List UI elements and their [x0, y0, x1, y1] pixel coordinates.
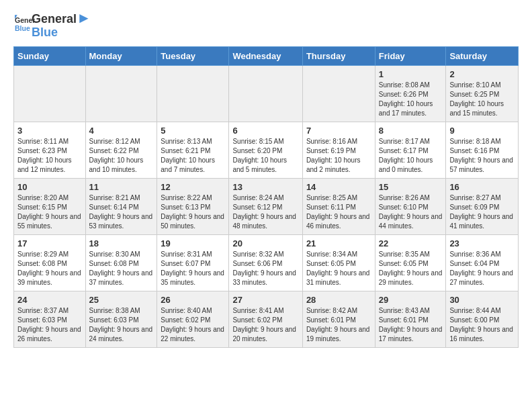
- calendar-cell: 23Sunrise: 8:36 AM Sunset: 6:04 PM Dayli…: [446, 234, 519, 291]
- calendar-cell: [229, 65, 302, 122]
- day-number: 14: [306, 182, 371, 192]
- day-info: Sunrise: 8:10 AM Sunset: 6:25 PM Dayligh…: [449, 81, 515, 118]
- calendar-cell: 30Sunrise: 8:44 AM Sunset: 6:00 PM Dayli…: [446, 291, 519, 347]
- calendar-cell: 29Sunrise: 8:43 AM Sunset: 6:01 PM Dayli…: [375, 291, 446, 347]
- day-number: 17: [17, 238, 82, 248]
- day-number: 20: [232, 238, 298, 248]
- day-number: 10: [17, 182, 82, 192]
- day-info: Sunrise: 8:15 AM Sunset: 6:20 PM Dayligh…: [232, 137, 298, 175]
- calendar-week-5: 24Sunrise: 8:37 AM Sunset: 6:03 PM Dayli…: [14, 291, 519, 347]
- calendar-cell: 11Sunrise: 8:21 AM Sunset: 6:14 PM Dayli…: [85, 178, 157, 234]
- day-number: 7: [306, 126, 371, 136]
- day-info: Sunrise: 8:22 AM Sunset: 6:13 PM Dayligh…: [161, 193, 225, 231]
- calendar-cell: 28Sunrise: 8:42 AM Sunset: 6:01 PM Dayli…: [302, 291, 375, 347]
- day-number: 26: [161, 295, 225, 305]
- day-info: Sunrise: 8:41 AM Sunset: 6:02 PM Dayligh…: [232, 306, 298, 344]
- day-number: 21: [306, 238, 371, 248]
- weekday-header-sunday: Sunday: [14, 46, 86, 65]
- logo-line1: General►: [32, 10, 91, 26]
- calendar-cell: 25Sunrise: 8:38 AM Sunset: 6:03 PM Dayli…: [85, 291, 157, 347]
- calendar-cell: 7Sunrise: 8:16 AM Sunset: 6:19 PM Daylig…: [302, 122, 375, 178]
- day-info: Sunrise: 8:18 AM Sunset: 6:16 PM Dayligh…: [449, 137, 515, 175]
- day-info: Sunrise: 8:32 AM Sunset: 6:06 PM Dayligh…: [232, 250, 298, 287]
- day-info: Sunrise: 8:44 AM Sunset: 6:00 PM Dayligh…: [449, 306, 515, 344]
- day-info: Sunrise: 8:27 AM Sunset: 6:09 PM Dayligh…: [449, 193, 515, 231]
- day-number: 25: [89, 295, 154, 305]
- calendar-week-1: 1Sunrise: 8:08 AM Sunset: 6:26 PM Daylig…: [14, 65, 519, 122]
- day-info: Sunrise: 8:12 AM Sunset: 6:22 PM Dayligh…: [89, 137, 154, 175]
- calendar-cell: 4Sunrise: 8:12 AM Sunset: 6:22 PM Daylig…: [85, 122, 157, 178]
- calendar-cell: 24Sunrise: 8:37 AM Sunset: 6:03 PM Dayli…: [14, 291, 86, 347]
- calendar-cell: 17Sunrise: 8:29 AM Sunset: 6:08 PM Dayli…: [14, 234, 86, 291]
- day-info: Sunrise: 8:20 AM Sunset: 6:15 PM Dayligh…: [17, 193, 82, 231]
- calendar-cell: 9Sunrise: 8:18 AM Sunset: 6:16 PM Daylig…: [446, 122, 519, 178]
- calendar-cell: 20Sunrise: 8:32 AM Sunset: 6:06 PM Dayli…: [229, 234, 302, 291]
- calendar-cell: 5Sunrise: 8:13 AM Sunset: 6:21 PM Daylig…: [157, 122, 229, 178]
- calendar-cell: 1Sunrise: 8:08 AM Sunset: 6:26 PM Daylig…: [375, 65, 446, 122]
- day-number: 24: [17, 295, 82, 305]
- calendar-cell: [302, 65, 375, 122]
- day-number: 27: [232, 295, 298, 305]
- day-info: Sunrise: 8:25 AM Sunset: 6:11 PM Dayligh…: [306, 193, 371, 231]
- calendar-cell: 2Sunrise: 8:10 AM Sunset: 6:25 PM Daylig…: [446, 65, 519, 122]
- calendar-cell: 18Sunrise: 8:30 AM Sunset: 6:08 PM Dayli…: [85, 234, 157, 291]
- calendar-cell: 22Sunrise: 8:35 AM Sunset: 6:05 PM Dayli…: [375, 234, 446, 291]
- calendar-header: SundayMondayTuesdayWednesdayThursdayFrid…: [14, 46, 519, 65]
- day-number: 3: [17, 126, 82, 136]
- day-number: 1: [379, 69, 443, 79]
- calendar-cell: 8Sunrise: 8:17 AM Sunset: 6:17 PM Daylig…: [375, 122, 446, 178]
- day-number: 16: [449, 182, 515, 192]
- weekday-header-thursday: Thursday: [302, 46, 375, 65]
- day-number: 22: [379, 238, 443, 248]
- day-number: 15: [379, 182, 443, 192]
- svg-text:Blue: Blue: [15, 24, 30, 32]
- day-info: Sunrise: 8:31 AM Sunset: 6:07 PM Dayligh…: [161, 250, 225, 287]
- calendar-week-4: 17Sunrise: 8:29 AM Sunset: 6:08 PM Dayli…: [14, 234, 519, 291]
- weekday-header-saturday: Saturday: [446, 46, 519, 65]
- day-info: Sunrise: 8:08 AM Sunset: 6:26 PM Dayligh…: [379, 81, 443, 118]
- day-info: Sunrise: 8:17 AM Sunset: 6:17 PM Dayligh…: [379, 137, 443, 175]
- day-info: Sunrise: 8:21 AM Sunset: 6:14 PM Dayligh…: [89, 193, 154, 231]
- calendar-cell: [157, 65, 229, 122]
- day-info: Sunrise: 8:11 AM Sunset: 6:23 PM Dayligh…: [17, 137, 82, 175]
- calendar-cell: 26Sunrise: 8:40 AM Sunset: 6:02 PM Dayli…: [157, 291, 229, 347]
- day-info: Sunrise: 8:30 AM Sunset: 6:08 PM Dayligh…: [89, 250, 154, 287]
- day-number: 30: [449, 295, 515, 305]
- day-number: 28: [306, 295, 371, 305]
- weekday-header-tuesday: Tuesday: [157, 46, 229, 65]
- weekday-header-wednesday: Wednesday: [229, 46, 302, 65]
- calendar-cell: [14, 65, 86, 122]
- day-info: Sunrise: 8:34 AM Sunset: 6:05 PM Dayligh…: [306, 250, 371, 287]
- day-number: 12: [161, 182, 225, 192]
- day-number: 8: [379, 126, 443, 136]
- day-number: 29: [379, 295, 443, 305]
- logo-line2: Blue: [32, 26, 91, 40]
- day-info: Sunrise: 8:16 AM Sunset: 6:19 PM Dayligh…: [306, 137, 371, 175]
- day-info: Sunrise: 8:40 AM Sunset: 6:02 PM Dayligh…: [161, 306, 225, 344]
- logo: General Blue General► Blue: [13, 10, 91, 40]
- calendar-cell: 12Sunrise: 8:22 AM Sunset: 6:13 PM Dayli…: [157, 178, 229, 234]
- calendar-cell: [85, 65, 157, 122]
- day-info: Sunrise: 8:37 AM Sunset: 6:03 PM Dayligh…: [17, 306, 82, 344]
- weekday-header-friday: Friday: [375, 46, 446, 65]
- day-number: 9: [449, 126, 515, 136]
- day-info: Sunrise: 8:42 AM Sunset: 6:01 PM Dayligh…: [306, 306, 371, 344]
- calendar-week-3: 10Sunrise: 8:20 AM Sunset: 6:15 PM Dayli…: [14, 178, 519, 234]
- day-number: 18: [89, 238, 154, 248]
- day-info: Sunrise: 8:26 AM Sunset: 6:10 PM Dayligh…: [379, 193, 443, 231]
- calendar-cell: 27Sunrise: 8:41 AM Sunset: 6:02 PM Dayli…: [229, 291, 302, 347]
- weekday-header-monday: Monday: [85, 46, 157, 65]
- calendar-cell: 13Sunrise: 8:24 AM Sunset: 6:12 PM Dayli…: [229, 178, 302, 234]
- page-header: General Blue General► Blue: [13, 10, 519, 40]
- day-number: 6: [232, 126, 298, 136]
- day-info: Sunrise: 8:43 AM Sunset: 6:01 PM Dayligh…: [379, 306, 443, 344]
- calendar-cell: 10Sunrise: 8:20 AM Sunset: 6:15 PM Dayli…: [14, 178, 86, 234]
- day-info: Sunrise: 8:29 AM Sunset: 6:08 PM Dayligh…: [17, 250, 82, 287]
- day-number: 2: [449, 69, 515, 79]
- calendar-cell: 21Sunrise: 8:34 AM Sunset: 6:05 PM Dayli…: [302, 234, 375, 291]
- calendar-cell: 3Sunrise: 8:11 AM Sunset: 6:23 PM Daylig…: [14, 122, 86, 178]
- calendar-cell: 15Sunrise: 8:26 AM Sunset: 6:10 PM Dayli…: [375, 178, 446, 234]
- calendar-cell: 14Sunrise: 8:25 AM Sunset: 6:11 PM Dayli…: [302, 178, 375, 234]
- day-info: Sunrise: 8:13 AM Sunset: 6:21 PM Dayligh…: [161, 137, 225, 175]
- day-number: 13: [232, 182, 298, 192]
